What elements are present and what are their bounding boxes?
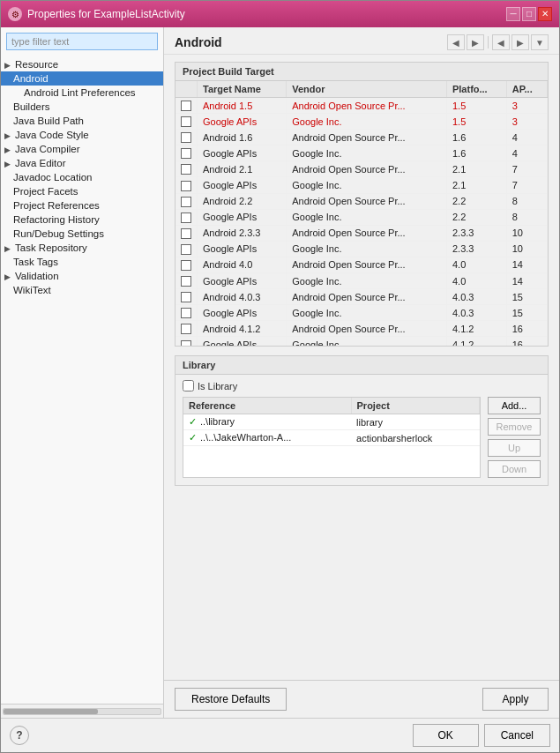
row-checkbox[interactable] bbox=[181, 197, 191, 207]
row-checkbox[interactable] bbox=[181, 244, 191, 255]
filter-input[interactable] bbox=[6, 33, 158, 50]
nav-back2-button[interactable]: ◀ bbox=[492, 34, 510, 50]
checkbox-cell[interactable] bbox=[175, 225, 198, 241]
up-button[interactable]: Up bbox=[488, 439, 541, 457]
tree-item-label: Task Tags bbox=[13, 257, 58, 267]
row-checkbox[interactable] bbox=[181, 101, 191, 111]
checkbox-cell[interactable] bbox=[175, 257, 198, 272]
row-checkbox[interactable] bbox=[181, 164, 191, 175]
checkbox-cell[interactable] bbox=[175, 305, 198, 321]
row-checkbox[interactable] bbox=[181, 181, 191, 191]
sidebar-item-android-lint[interactable]: Android Lint Preferences bbox=[1, 86, 163, 100]
sidebar-item-java-compiler[interactable]: ▶Java Compiler bbox=[1, 142, 163, 156]
nav-back-button[interactable]: ◀ bbox=[447, 34, 465, 50]
tree-item-label: Task Repository bbox=[15, 242, 87, 253]
ok-button[interactable]: OK bbox=[413, 724, 479, 747]
sidebar-item-validation[interactable]: ▶Validation bbox=[1, 269, 163, 283]
row-checkbox[interactable] bbox=[181, 132, 191, 143]
title-bar: ⚙ Properties for ExampleListActivity ─ □… bbox=[1, 1, 559, 27]
platform-cell: 4.0 bbox=[446, 257, 506, 272]
checkbox-cell[interactable] bbox=[175, 273, 198, 289]
maximize-button[interactable]: □ bbox=[522, 7, 536, 21]
is-library-checkbox[interactable] bbox=[183, 380, 194, 391]
row-checkbox[interactable] bbox=[181, 260, 191, 271]
tree-item-label: Java Build Path bbox=[13, 116, 84, 126]
checkbox-cell[interactable] bbox=[175, 193, 198, 209]
row-checkbox[interactable] bbox=[181, 276, 191, 287]
tree-expand-icon: ▶ bbox=[4, 145, 13, 154]
checkbox-cell[interactable] bbox=[175, 209, 198, 225]
sidebar-scrollbar[interactable] bbox=[1, 704, 163, 718]
row-checkbox[interactable] bbox=[181, 148, 191, 159]
sidebar-item-project-facets[interactable]: Project Facets bbox=[1, 184, 163, 198]
target-name-cell: Google APIs bbox=[198, 114, 287, 130]
tree-expand-icon: ▶ bbox=[4, 272, 13, 281]
nav-forward2-button[interactable]: ▶ bbox=[511, 34, 529, 50]
table-row: Android 1.6Android Open Source Pr...1.64 bbox=[175, 130, 548, 145]
down-button[interactable]: Down bbox=[488, 460, 541, 478]
vendor-cell: Google Inc. bbox=[287, 273, 447, 289]
library-buttons: Add... Remove Up Down bbox=[488, 397, 541, 478]
col-vendor: Vendor bbox=[287, 81, 447, 98]
nav-forward-button[interactable]: ▶ bbox=[467, 34, 484, 50]
row-checkbox[interactable] bbox=[181, 228, 191, 239]
checkbox-cell[interactable] bbox=[175, 130, 198, 145]
sidebar-item-task-repository[interactable]: ▶Task Repository bbox=[1, 241, 163, 255]
checkbox-cell[interactable] bbox=[175, 337, 198, 346]
table-row: Android 4.1.2Android Open Source Pr...4.… bbox=[175, 321, 548, 337]
sidebar-item-java-code-style[interactable]: ▶Java Code Style bbox=[1, 128, 163, 142]
build-target-table-scroll[interactable]: Target Name Vendor Platfo... AP... Andro… bbox=[175, 81, 548, 346]
remove-button[interactable]: Remove bbox=[488, 418, 541, 436]
add-button[interactable]: Add... bbox=[488, 397, 541, 414]
ref-table-header-row: Reference Project bbox=[183, 398, 480, 414]
platform-cell: 2.2 bbox=[446, 209, 506, 225]
checkbox-cell[interactable] bbox=[175, 241, 198, 257]
title-bar-controls: ─ □ ✕ bbox=[506, 7, 552, 21]
checkbox-cell[interactable] bbox=[175, 289, 198, 305]
api-cell: 7 bbox=[506, 161, 547, 177]
vendor-cell: Google Inc. bbox=[287, 241, 447, 257]
platform-cell: 2.2 bbox=[446, 193, 506, 209]
sidebar-item-task-tags[interactable]: Task Tags bbox=[1, 255, 163, 269]
project-cell: library bbox=[351, 414, 479, 430]
sidebar-item-android[interactable]: Android bbox=[1, 71, 163, 86]
row-checkbox[interactable] bbox=[181, 324, 191, 334]
tree-item-label: Android bbox=[13, 73, 49, 84]
sidebar-item-builders[interactable]: Builders bbox=[1, 100, 163, 114]
sidebar-item-project-references[interactable]: Project References bbox=[1, 198, 163, 212]
table-row: Android 2.1Android Open Source Pr...2.17 bbox=[175, 161, 548, 177]
scroll-track[interactable] bbox=[3, 708, 161, 715]
cancel-button[interactable]: Cancel bbox=[484, 724, 550, 747]
sidebar-item-run-debug-settings[interactable]: Run/Debug Settings bbox=[1, 227, 163, 241]
close-button[interactable]: ✕ bbox=[538, 7, 552, 21]
checkbox-cell[interactable] bbox=[175, 321, 198, 337]
platform-cell: 2.1 bbox=[446, 161, 506, 177]
main-header: Android ◀ ▶ ◀ ▶ ▼ bbox=[164, 27, 559, 55]
checkbox-cell[interactable] bbox=[175, 177, 198, 193]
sidebar-item-resource[interactable]: ▶Resource bbox=[1, 57, 163, 71]
sidebar-item-wikitext[interactable]: WikiText bbox=[1, 283, 163, 297]
row-checkbox[interactable] bbox=[181, 340, 191, 347]
row-checkbox[interactable] bbox=[181, 212, 191, 223]
panel-title: Android bbox=[175, 35, 222, 49]
sidebar-item-java-editor[interactable]: ▶Java Editor bbox=[1, 156, 163, 170]
row-checkbox[interactable] bbox=[181, 308, 191, 318]
checkbox-cell[interactable] bbox=[175, 114, 198, 130]
api-cell: 15 bbox=[506, 305, 547, 321]
sidebar-item-refactoring-history[interactable]: Refactoring History bbox=[1, 212, 163, 227]
row-checkbox[interactable] bbox=[181, 292, 191, 302]
checkbox-cell[interactable] bbox=[175, 161, 198, 177]
tree-item-label: Refactoring History bbox=[13, 214, 100, 225]
row-checkbox[interactable] bbox=[181, 116, 191, 127]
checkbox-cell[interactable] bbox=[175, 145, 198, 161]
checkbox-cell[interactable] bbox=[175, 98, 198, 114]
help-button[interactable]: ? bbox=[10, 726, 29, 745]
content-area: ▶ResourceAndroidAndroid Lint Preferences… bbox=[1, 27, 559, 718]
sidebar-item-java-build-path[interactable]: Java Build Path bbox=[1, 114, 163, 128]
sidebar-item-javadoc-location[interactable]: Javadoc Location bbox=[1, 170, 163, 184]
target-name-cell: Google APIs bbox=[198, 145, 287, 161]
nav-dropdown-button[interactable]: ▼ bbox=[531, 34, 549, 50]
restore-defaults-button[interactable]: Restore Defaults bbox=[175, 688, 287, 711]
apply-button[interactable]: Apply bbox=[482, 688, 549, 711]
minimize-button[interactable]: ─ bbox=[506, 7, 520, 21]
